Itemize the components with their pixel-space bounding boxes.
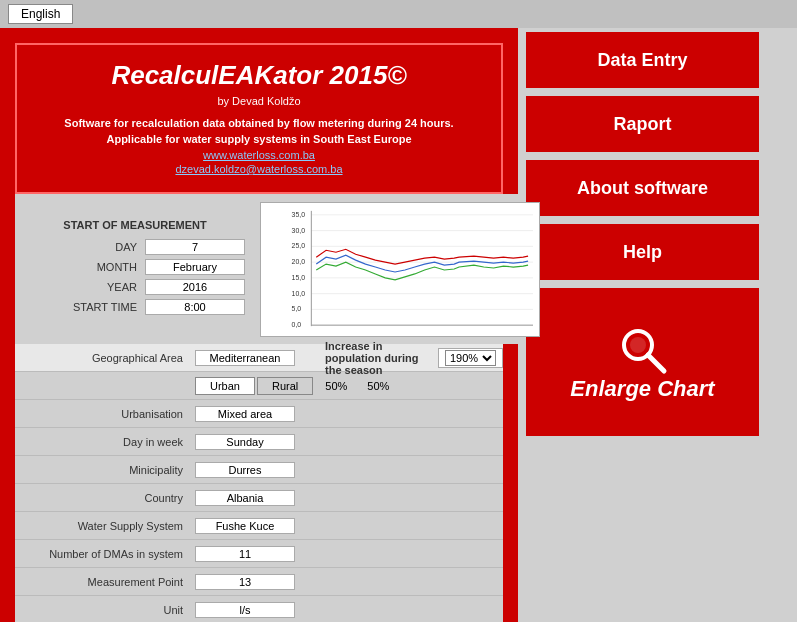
enlarge-chart-button[interactable]: Enlarge Chart bbox=[526, 288, 759, 436]
muni-label: Minicipality bbox=[15, 464, 195, 476]
country-row: Country Albania bbox=[15, 484, 503, 512]
rural-tab[interactable]: Rural bbox=[257, 377, 313, 395]
brand-title: RecalculEAKator 2015© bbox=[37, 60, 481, 91]
time-value: 8:00 bbox=[145, 299, 245, 315]
svg-text:0,0: 0,0 bbox=[292, 321, 302, 328]
brand-title-text: RecalculEAKator bbox=[111, 60, 322, 90]
measurement-panel: START OF MEASUREMENT DAY 7 MONTH Februar… bbox=[15, 194, 255, 344]
dmas-row: Number of DMAs in system 11 bbox=[15, 540, 503, 568]
population-value: 190% 150% 200% bbox=[438, 348, 503, 368]
enlarge-label: Enlarge Chart bbox=[570, 377, 714, 401]
year-label: YEAR bbox=[25, 281, 145, 293]
time-row: START TIME 8:00 bbox=[25, 299, 245, 315]
country-value: Albania bbox=[195, 490, 295, 506]
day-week-row: Day in week Sunday bbox=[15, 428, 503, 456]
raport-button[interactable]: Raport bbox=[526, 96, 759, 152]
chart-container: 35,0 30,0 25,0 20,0 15,0 10,0 5,0 0,0 bbox=[260, 202, 540, 337]
brand-box: RecalculEAKator 2015© by Devad Koldžo So… bbox=[15, 43, 503, 194]
right-panel: Data Entry Raport About software Help En… bbox=[518, 28, 767, 622]
year-value: 2016 bbox=[145, 279, 245, 295]
rural-pct: 50% bbox=[367, 380, 389, 392]
year-row: YEAR 2016 bbox=[25, 279, 245, 295]
month-row: MONTH February bbox=[25, 259, 245, 275]
main-layout: RecalculEAKator 2015© by Devad Koldžo So… bbox=[0, 28, 797, 622]
brand-desc2: Applicable for water supply systems in S… bbox=[37, 133, 481, 145]
unit-value: l/s bbox=[195, 602, 295, 618]
population-label: Increase in population during the season bbox=[325, 340, 430, 376]
brand-link1[interactable]: www.waterloss.com.ba bbox=[37, 149, 481, 161]
day-value: 7 bbox=[145, 239, 245, 255]
water-value: Fushe Kuce bbox=[195, 518, 295, 534]
water-row: Water Supply System Fushe Kuce bbox=[15, 512, 503, 540]
svg-text:15,0: 15,0 bbox=[292, 273, 306, 280]
geo-row: Geographical Area Mediterranean Increase… bbox=[15, 344, 503, 372]
unit-row: Unit l/s bbox=[15, 596, 503, 622]
month-value: February bbox=[145, 259, 245, 275]
chart-measurement-row: START OF MEASUREMENT DAY 7 MONTH Februar… bbox=[15, 194, 503, 344]
svg-point-20 bbox=[630, 337, 646, 353]
svg-text:30,0: 30,0 bbox=[292, 226, 306, 233]
urban-tab[interactable]: Urban bbox=[195, 377, 255, 395]
geo-extra: Increase in population during the season… bbox=[325, 340, 503, 376]
left-panel: RecalculEAKator 2015© by Devad Koldžo So… bbox=[0, 28, 518, 622]
dmas-value: 11 bbox=[195, 546, 295, 562]
svg-text:5,0: 5,0 bbox=[292, 305, 302, 312]
svg-text:20,0: 20,0 bbox=[292, 258, 306, 265]
day-week-label: Day in week bbox=[15, 436, 195, 448]
chart-panel: 35,0 30,0 25,0 20,0 15,0 10,0 5,0 0,0 bbox=[255, 194, 545, 344]
svg-text:10,0: 10,0 bbox=[292, 289, 306, 296]
day-row: DAY 7 bbox=[25, 239, 245, 255]
svg-text:25,0: 25,0 bbox=[292, 242, 306, 249]
top-bar: English bbox=[0, 0, 797, 28]
country-label: Country bbox=[15, 492, 195, 504]
enlarge-text: Enlarge Chart bbox=[570, 376, 714, 401]
urban-pct: 50% bbox=[325, 380, 347, 392]
svg-text:35,0: 35,0 bbox=[292, 210, 306, 217]
dmas-label: Number of DMAs in system bbox=[15, 548, 195, 560]
brand-desc1: Software for recalculation data obtained… bbox=[37, 117, 481, 129]
point-label: Measurement Point bbox=[15, 576, 195, 588]
brand-author: by Devad Koldžo bbox=[37, 95, 481, 107]
magnifier-icon bbox=[616, 323, 670, 377]
urbanisation-row: Urbanisation Mixed area bbox=[15, 400, 503, 428]
urbanisation-label: Urbanisation bbox=[15, 408, 195, 420]
water-label: Water Supply System bbox=[15, 520, 195, 532]
point-value: 13 bbox=[195, 574, 295, 590]
time-label: START TIME bbox=[25, 301, 145, 313]
help-button[interactable]: Help bbox=[526, 224, 759, 280]
population-dropdown[interactable]: 190% 150% 200% bbox=[445, 350, 496, 366]
brand-year: 2015© bbox=[322, 60, 406, 90]
unit-label: Unit bbox=[15, 604, 195, 616]
muni-row: Minicipality Durres bbox=[15, 456, 503, 484]
day-label: DAY bbox=[25, 241, 145, 253]
content-area: START OF MEASUREMENT DAY 7 MONTH Februar… bbox=[15, 194, 503, 622]
brand-link2[interactable]: dzevad.koldzo@waterloss.com.ba bbox=[37, 163, 481, 175]
muni-value: Durres bbox=[195, 462, 295, 478]
geo-label: Geographical Area bbox=[15, 352, 195, 364]
geo-value: Mediterranean bbox=[195, 350, 295, 366]
language-button[interactable]: English bbox=[8, 4, 73, 24]
svg-line-19 bbox=[648, 355, 664, 371]
measurement-title: START OF MEASUREMENT bbox=[25, 219, 245, 231]
point-row: Measurement Point 13 bbox=[15, 568, 503, 596]
day-week-value: Sunday bbox=[195, 434, 295, 450]
urbanisation-value: Mixed area bbox=[195, 406, 295, 422]
month-label: MONTH bbox=[25, 261, 145, 273]
urban-rural-row: Urban Rural 50% 50% bbox=[15, 372, 503, 400]
about-button[interactable]: About software bbox=[526, 160, 759, 216]
data-entry-button[interactable]: Data Entry bbox=[526, 32, 759, 88]
chart-svg: 35,0 30,0 25,0 20,0 15,0 10,0 5,0 0,0 bbox=[261, 203, 539, 336]
